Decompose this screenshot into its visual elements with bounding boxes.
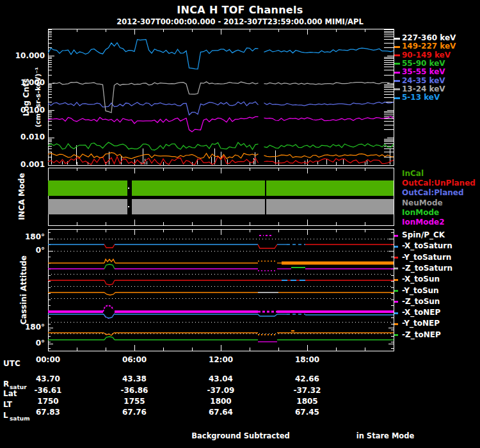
mode-bar-NeuMode <box>266 199 394 214</box>
attitude-legend-label: -X_toSaturn <box>402 242 452 250</box>
attitude-trace-XtoNEP <box>104 314 114 318</box>
flux-legend-label: 227-360 keV <box>402 34 456 42</box>
flux-legend-label: 55-90 keV <box>402 60 445 68</box>
flux-trace-24-35keV <box>48 102 259 115</box>
ephemeris-value: 1805 <box>278 397 336 406</box>
attitude-trace-XtoSun <box>104 280 115 285</box>
flux-trace-90-149keV <box>264 159 394 164</box>
utc-tick-label: 06:00 <box>115 356 154 364</box>
flux-trace-149-227keV <box>264 154 394 157</box>
ephemeris-value: -36.61 <box>19 387 77 395</box>
ephemeris-value: 67.76 <box>106 408 163 417</box>
flux-trace-5-13keV <box>264 48 394 53</box>
flux-trace-35-55keV <box>48 116 259 132</box>
flux-ytick-label: 1.000 <box>3 79 45 87</box>
utc-tick-label: 18:00 <box>288 356 326 364</box>
ephemeris-value: -36.86 <box>106 387 163 395</box>
attitude-axis-label: Cassini Attitude <box>20 255 28 324</box>
ephemeris-value: 67.45 <box>278 408 336 417</box>
page-title: INCA H TOF Channels <box>0 5 480 16</box>
attitude-legend-label: -Y_toSaturn <box>402 253 451 262</box>
ephemeris-row-sublabel: satum <box>10 416 30 422</box>
mode-bar-IonMode <box>48 180 127 196</box>
footer-note-staremode: in Stare Mode <box>340 432 430 440</box>
attitude-legend-label: -Y_toNEP <box>402 319 440 328</box>
mode-legend-label: IonMode <box>402 209 439 217</box>
attitude-trace-YtoSaturn <box>104 259 115 263</box>
mode-legend-label: InCal <box>402 170 424 178</box>
mode-bar-NeuMode <box>48 199 127 214</box>
attitude-trace-XtoSaturn <box>104 244 115 248</box>
mode-gap-dot <box>128 188 129 189</box>
attitude-trace-ZtoNEP <box>104 337 115 340</box>
ephemeris-value: -37.32 <box>278 387 336 395</box>
ephemeris-value: 1750 <box>19 397 77 406</box>
flux-trace-149-227keV <box>48 152 259 158</box>
ephemeris-value: 42.66 <box>278 375 336 383</box>
mode-panel-frame <box>48 168 394 225</box>
flux-trace-24-35keV <box>264 102 394 106</box>
ephemeris-row-label: Lat <box>3 390 17 398</box>
ephemeris-value: 1755 <box>106 397 163 406</box>
ephemeris-value: 43.04 <box>192 375 250 383</box>
mode-legend-label: OutCal:Planed <box>402 189 464 197</box>
attitude-trace-YtoSun <box>104 292 115 295</box>
mode-bar-NeuMode <box>132 199 265 214</box>
flux-legend-label: 149-227 keV <box>402 42 456 51</box>
flux-ytick-label: 0.100 <box>3 106 45 115</box>
ephemeris-value: 67.83 <box>19 408 77 417</box>
utc-tick-label: 12:00 <box>202 356 240 364</box>
mode-bar-IonMode <box>266 180 394 196</box>
flux-axis-units-label: (cm²-sr-s-keV)⁻¹ <box>35 67 42 127</box>
flux-ytick-label: 10.000 <box>3 52 45 60</box>
attitude-legend-label: -X_toNEP <box>402 308 440 317</box>
mode-gap-dot <box>128 206 129 207</box>
time-range-subtitle: 2012-307T00:00:00.000 - 2012-307T23:59:0… <box>0 18 480 26</box>
ephemeris-row-label: LT <box>3 401 12 409</box>
flux-legend-label: 35-55 keV <box>402 68 445 76</box>
attitude-trace-ZtoSun <box>103 305 113 312</box>
attitude-trace-ZtoSaturn <box>104 264 115 269</box>
flux-ytick-label: 0.001 <box>3 161 45 169</box>
attitude-ytick-label: 0° <box>13 246 45 255</box>
flux-legend-label: 90-149 keV <box>402 51 451 60</box>
ephemeris-value: 43.38 <box>106 375 163 383</box>
attitude-trace-XtoSaturn <box>258 244 277 248</box>
flux-trace-55-90keV <box>48 142 259 150</box>
ephemeris-row-label: R <box>3 380 9 388</box>
ephemeris-value: -37.09 <box>192 387 250 395</box>
mode-legend-label: OutCal:UnPlaned <box>402 179 476 188</box>
footer-note-background: Background Subtracted <box>177 432 305 440</box>
ephemeris-value: 1800 <box>192 397 250 406</box>
mode-axis-label: INCA Mode <box>18 173 26 220</box>
utc-row-label: UTC <box>3 360 20 368</box>
ephemeris-value: 43.70 <box>19 375 77 383</box>
ephemeris-value: 67.64 <box>192 408 250 417</box>
flux-trace-13-24keV <box>48 82 259 113</box>
attitude-ytick-label: 180° <box>13 233 45 241</box>
flux-trace-55-90keV <box>264 143 394 148</box>
flux-legend-label: 13-24 keV <box>402 85 445 93</box>
attitude-legend-label: Spin/P_CK <box>402 231 445 239</box>
mode-legend-label: IonMode2 <box>402 218 445 227</box>
mode-bar-IonMode <box>132 180 265 196</box>
attitude-legend-label: -Y_toSun <box>402 287 439 295</box>
flux-trace-5-13keV <box>48 40 259 69</box>
attitude-ytick-label: 180° <box>13 323 45 332</box>
attitude-legend-label: -Z_toNEP <box>402 331 441 339</box>
inca-tof-plot-page: INCA H TOF Channels 2012-307T00:00:00.00… <box>0 0 480 448</box>
ephemeris-row-label: L <box>3 412 8 420</box>
flux-trace-35-55keV <box>264 116 394 121</box>
attitude-legend-label: -Z_toSun <box>402 298 440 306</box>
utc-tick-label: 00:00 <box>29 356 67 364</box>
attitude-ytick-label: 0° <box>13 339 45 348</box>
mode-legend-label: NeuMode <box>402 199 443 207</box>
flux-legend-label: 5-13 keV <box>402 93 440 102</box>
flux-trace-13-24keV <box>264 83 394 84</box>
attitude-legend-label: -Z_toSaturn <box>402 264 452 273</box>
flux-ytick-label: 0.010 <box>3 133 45 141</box>
flux-legend-label: 24-35 keV <box>402 77 445 85</box>
attitude-trace-XtoNEP <box>258 314 277 316</box>
attitude-legend-label: -X_toSun <box>402 275 440 284</box>
